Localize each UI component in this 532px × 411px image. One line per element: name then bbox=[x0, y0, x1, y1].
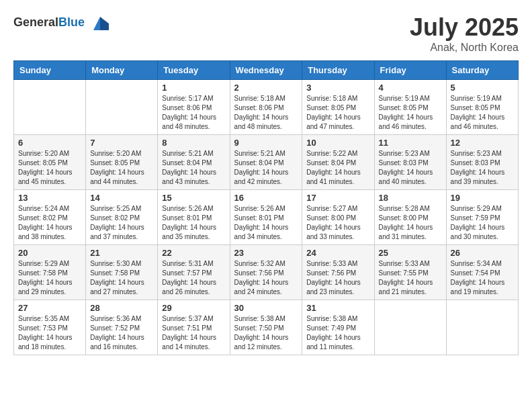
calendar-cell: 26Sunrise: 5:34 AMSunset: 7:54 PMDayligh… bbox=[446, 245, 518, 300]
day-info: Sunrise: 5:19 AMSunset: 8:05 PMDaylight:… bbox=[379, 94, 442, 132]
day-number: 25 bbox=[379, 248, 442, 258]
day-info: Sunrise: 5:37 AMSunset: 7:51 PMDaylight:… bbox=[162, 314, 225, 352]
day-number: 6 bbox=[18, 138, 81, 148]
day-info: Sunrise: 5:38 AMSunset: 7:49 PMDaylight:… bbox=[306, 314, 369, 352]
day-info: Sunrise: 5:31 AMSunset: 7:57 PMDaylight:… bbox=[162, 259, 225, 297]
day-number: 30 bbox=[234, 303, 298, 313]
day-info: Sunrise: 5:29 AMSunset: 7:59 PMDaylight:… bbox=[451, 204, 514, 242]
logo-general: GeneralBlue bbox=[13, 17, 88, 28]
day-number: 28 bbox=[90, 303, 153, 313]
day-number: 4 bbox=[379, 83, 442, 93]
day-info: Sunrise: 5:18 AMSunset: 8:06 PMDaylight:… bbox=[234, 94, 298, 132]
calendar-cell: 20Sunrise: 5:29 AMSunset: 7:58 PMDayligh… bbox=[14, 245, 86, 300]
day-info: Sunrise: 5:29 AMSunset: 7:58 PMDaylight:… bbox=[18, 259, 81, 297]
calendar-week-row: 27Sunrise: 5:35 AMSunset: 7:53 PMDayligh… bbox=[14, 300, 519, 355]
weekday-header-tuesday: Tuesday bbox=[158, 61, 230, 80]
day-number: 10 bbox=[306, 138, 369, 148]
day-number: 15 bbox=[162, 193, 225, 203]
day-number: 9 bbox=[234, 138, 298, 148]
calendar-cell: 14Sunrise: 5:25 AMSunset: 8:02 PMDayligh… bbox=[86, 190, 158, 245]
day-number: 19 bbox=[451, 193, 514, 203]
day-info: Sunrise: 5:23 AMSunset: 8:03 PMDaylight:… bbox=[451, 149, 514, 187]
calendar-cell bbox=[86, 80, 158, 135]
day-info: Sunrise: 5:28 AMSunset: 8:00 PMDaylight:… bbox=[379, 204, 442, 242]
calendar-cell: 15Sunrise: 5:26 AMSunset: 8:01 PMDayligh… bbox=[158, 190, 230, 245]
day-number: 17 bbox=[306, 193, 369, 203]
calendar-cell: 27Sunrise: 5:35 AMSunset: 7:53 PMDayligh… bbox=[14, 300, 86, 355]
weekday-header-row: SundayMondayTuesdayWednesdayThursdayFrid… bbox=[14, 61, 519, 80]
day-info: Sunrise: 5:18 AMSunset: 8:05 PMDaylight:… bbox=[306, 94, 369, 132]
svg-marker-1 bbox=[100, 17, 109, 30]
calendar-week-row: 20Sunrise: 5:29 AMSunset: 7:58 PMDayligh… bbox=[14, 245, 519, 300]
day-number: 2 bbox=[234, 83, 298, 93]
day-info: Sunrise: 5:26 AMSunset: 8:01 PMDaylight:… bbox=[234, 204, 298, 242]
day-info: Sunrise: 5:33 AMSunset: 7:55 PMDaylight:… bbox=[379, 259, 442, 297]
calendar-cell: 31Sunrise: 5:38 AMSunset: 7:49 PMDayligh… bbox=[302, 300, 374, 355]
weekday-header-wednesday: Wednesday bbox=[230, 61, 302, 80]
calendar-week-row: 6Sunrise: 5:20 AMSunset: 8:05 PMDaylight… bbox=[14, 135, 519, 190]
day-info: Sunrise: 5:36 AMSunset: 7:52 PMDaylight:… bbox=[90, 314, 153, 352]
day-info: Sunrise: 5:23 AMSunset: 8:03 PMDaylight:… bbox=[379, 149, 442, 187]
day-number: 3 bbox=[306, 83, 369, 93]
day-number: 8 bbox=[162, 138, 225, 148]
day-info: Sunrise: 5:34 AMSunset: 7:54 PMDaylight:… bbox=[451, 259, 514, 297]
day-number: 5 bbox=[451, 83, 514, 93]
day-number: 14 bbox=[90, 193, 153, 203]
calendar-cell: 12Sunrise: 5:23 AMSunset: 8:03 PMDayligh… bbox=[446, 135, 518, 190]
calendar-cell: 8Sunrise: 5:21 AMSunset: 8:04 PMDaylight… bbox=[158, 135, 230, 190]
day-number: 22 bbox=[162, 248, 225, 258]
calendar-cell: 9Sunrise: 5:21 AMSunset: 8:04 PMDaylight… bbox=[230, 135, 302, 190]
weekday-header-sunday: Sunday bbox=[14, 61, 86, 80]
calendar-cell: 11Sunrise: 5:23 AMSunset: 8:03 PMDayligh… bbox=[374, 135, 446, 190]
day-info: Sunrise: 5:21 AMSunset: 8:04 PMDaylight:… bbox=[162, 149, 225, 187]
calendar-cell: 22Sunrise: 5:31 AMSunset: 7:57 PMDayligh… bbox=[158, 245, 230, 300]
weekday-header-monday: Monday bbox=[86, 61, 158, 80]
location: Anak, North Korea bbox=[410, 42, 519, 54]
day-number: 18 bbox=[379, 193, 442, 203]
day-info: Sunrise: 5:26 AMSunset: 8:01 PMDaylight:… bbox=[162, 204, 225, 242]
day-info: Sunrise: 5:17 AMSunset: 8:06 PMDaylight:… bbox=[162, 94, 225, 132]
day-info: Sunrise: 5:25 AMSunset: 8:02 PMDaylight:… bbox=[90, 204, 153, 242]
calendar-cell bbox=[446, 300, 518, 355]
calendar-cell: 17Sunrise: 5:27 AMSunset: 8:00 PMDayligh… bbox=[302, 190, 374, 245]
logo: GeneralBlue bbox=[13, 13, 110, 34]
calendar-cell: 30Sunrise: 5:38 AMSunset: 7:50 PMDayligh… bbox=[230, 300, 302, 355]
calendar-cell: 28Sunrise: 5:36 AMSunset: 7:52 PMDayligh… bbox=[86, 300, 158, 355]
calendar-week-row: 1Sunrise: 5:17 AMSunset: 8:06 PMDaylight… bbox=[14, 80, 519, 135]
weekday-header-saturday: Saturday bbox=[446, 61, 518, 80]
weekday-header-friday: Friday bbox=[374, 61, 446, 80]
day-info: Sunrise: 5:24 AMSunset: 8:02 PMDaylight:… bbox=[18, 204, 81, 242]
day-info: Sunrise: 5:33 AMSunset: 7:56 PMDaylight:… bbox=[306, 259, 369, 297]
logo-text: GeneralBlue bbox=[13, 13, 110, 34]
calendar-cell: 2Sunrise: 5:18 AMSunset: 8:06 PMDaylight… bbox=[230, 80, 302, 135]
calendar-table: SundayMondayTuesdayWednesdayThursdayFrid… bbox=[13, 60, 519, 355]
day-info: Sunrise: 5:32 AMSunset: 7:56 PMDaylight:… bbox=[234, 259, 298, 297]
calendar-cell: 7Sunrise: 5:20 AMSunset: 8:05 PMDaylight… bbox=[86, 135, 158, 190]
day-info: Sunrise: 5:22 AMSunset: 8:04 PMDaylight:… bbox=[306, 149, 369, 187]
day-number: 11 bbox=[379, 138, 442, 148]
day-number: 16 bbox=[234, 193, 298, 203]
calendar-cell: 24Sunrise: 5:33 AMSunset: 7:56 PMDayligh… bbox=[302, 245, 374, 300]
calendar-cell bbox=[374, 300, 446, 355]
day-number: 26 bbox=[451, 248, 514, 258]
day-number: 24 bbox=[306, 248, 369, 258]
calendar-cell: 21Sunrise: 5:30 AMSunset: 7:58 PMDayligh… bbox=[86, 245, 158, 300]
calendar-cell: 19Sunrise: 5:29 AMSunset: 7:59 PMDayligh… bbox=[446, 190, 518, 245]
day-info: Sunrise: 5:35 AMSunset: 7:53 PMDaylight:… bbox=[18, 314, 81, 352]
calendar-cell: 18Sunrise: 5:28 AMSunset: 8:00 PMDayligh… bbox=[374, 190, 446, 245]
calendar-cell: 13Sunrise: 5:24 AMSunset: 8:02 PMDayligh… bbox=[14, 190, 86, 245]
page-header: GeneralBlue July 2025 Anak, North Korea bbox=[13, 13, 519, 54]
day-info: Sunrise: 5:20 AMSunset: 8:05 PMDaylight:… bbox=[18, 149, 81, 187]
day-number: 13 bbox=[18, 193, 81, 203]
day-number: 27 bbox=[18, 303, 81, 313]
day-info: Sunrise: 5:27 AMSunset: 8:00 PMDaylight:… bbox=[306, 204, 369, 242]
calendar-cell: 5Sunrise: 5:19 AMSunset: 8:05 PMDaylight… bbox=[446, 80, 518, 135]
month-year: July 2025 bbox=[410, 13, 519, 42]
day-number: 23 bbox=[234, 248, 298, 258]
day-number: 21 bbox=[90, 248, 153, 258]
day-number: 1 bbox=[162, 83, 225, 93]
day-info: Sunrise: 5:38 AMSunset: 7:50 PMDaylight:… bbox=[234, 314, 298, 352]
calendar-cell: 1Sunrise: 5:17 AMSunset: 8:06 PMDaylight… bbox=[158, 80, 230, 135]
calendar-cell: 23Sunrise: 5:32 AMSunset: 7:56 PMDayligh… bbox=[230, 245, 302, 300]
day-number: 20 bbox=[18, 248, 81, 258]
